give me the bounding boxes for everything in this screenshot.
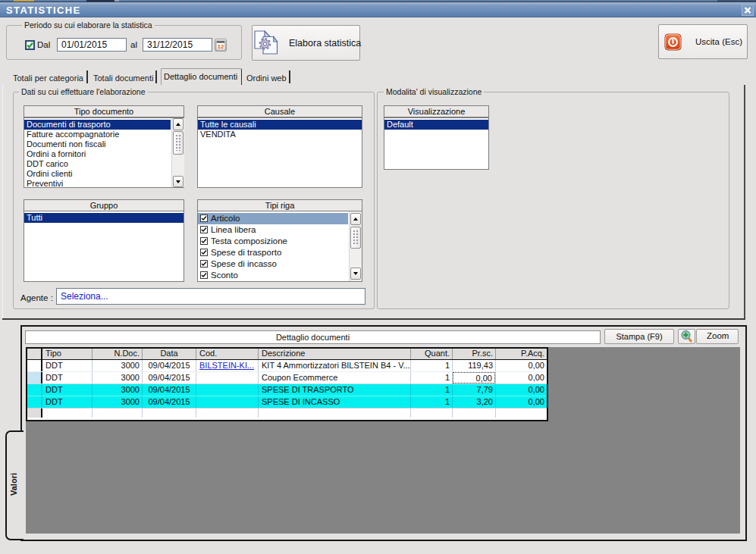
svg-text:12: 12: [218, 43, 224, 50]
